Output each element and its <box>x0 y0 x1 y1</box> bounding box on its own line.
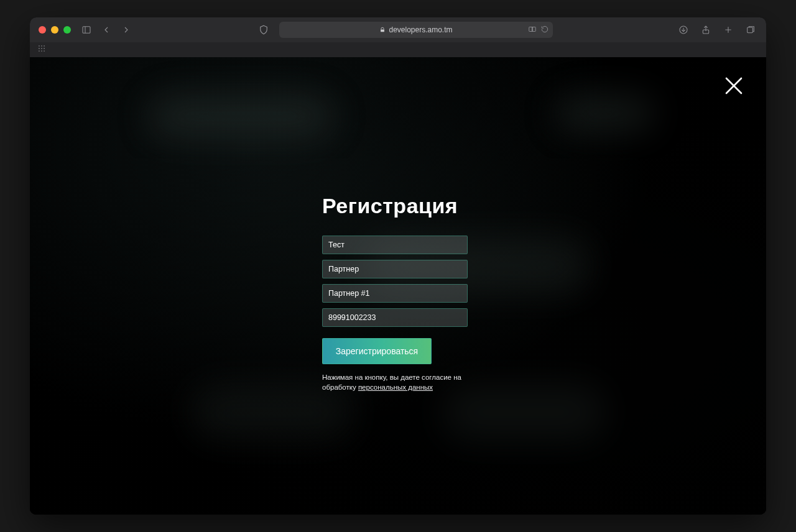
apps-grid-icon[interactable] <box>37 44 46 55</box>
back-button[interactable] <box>100 23 113 37</box>
phone-input[interactable] <box>328 313 461 322</box>
register-button-label: Зарегистрироваться <box>336 346 418 356</box>
new-tab-icon[interactable] <box>721 23 735 37</box>
svg-point-17 <box>39 50 40 52</box>
background-blur <box>192 384 353 440</box>
modal-close-button[interactable] <box>723 75 745 97</box>
browser-titlebar: developers.amo.tm <box>30 17 766 42</box>
favorites-bar <box>30 42 766 57</box>
registration-modal: Регистрация Зарегистрироваться Нажимая н… <box>322 194 484 392</box>
background-blur <box>148 94 335 138</box>
browser-window: developers.amo.tm <box>30 17 766 515</box>
svg-point-13 <box>44 45 45 47</box>
reader-translate-icon[interactable] <box>528 25 537 35</box>
register-button[interactable]: Зарегистрироваться <box>322 338 432 364</box>
background-blur <box>555 94 654 132</box>
address-bar-url: developers.amo.tm <box>389 25 452 34</box>
window-controls <box>39 26 71 34</box>
privacy-shield-icon[interactable] <box>257 23 271 37</box>
svg-point-18 <box>41 50 42 52</box>
share-icon[interactable] <box>699 23 713 37</box>
consent-text: Нажимая на кнопку, вы даете согласие на … <box>322 373 465 392</box>
background-blur <box>443 384 604 440</box>
svg-point-14 <box>39 48 40 49</box>
consent-link[interactable]: персональных данных <box>358 383 433 391</box>
window-zoom-button[interactable] <box>63 26 71 34</box>
window-close-button[interactable] <box>39 26 46 34</box>
tab-overview-icon[interactable] <box>744 23 757 37</box>
forward-button[interactable] <box>119 23 133 37</box>
page-content: Регистрация Зарегистрироваться Нажимая н… <box>30 57 766 515</box>
svg-point-15 <box>41 48 42 49</box>
first-name-input[interactable] <box>328 241 461 249</box>
svg-point-12 <box>41 45 42 47</box>
company-field-wrapper <box>322 284 468 303</box>
modal-title: Регистрация <box>322 194 484 218</box>
svg-rect-10 <box>747 27 753 33</box>
company-input[interactable] <box>328 289 461 298</box>
svg-rect-2 <box>381 30 385 32</box>
sidebar-toggle-icon[interactable] <box>80 23 93 37</box>
last-name-input[interactable] <box>328 265 461 273</box>
first-name-field-wrapper <box>322 236 468 254</box>
svg-point-16 <box>44 48 45 49</box>
reload-icon[interactable] <box>540 25 549 35</box>
address-bar[interactable]: developers.amo.tm <box>279 22 553 38</box>
svg-point-19 <box>44 50 45 52</box>
last-name-field-wrapper <box>322 260 468 278</box>
window-minimize-button[interactable] <box>51 26 58 34</box>
lock-icon <box>379 27 386 33</box>
phone-field-wrapper <box>322 308 468 327</box>
svg-rect-0 <box>83 27 90 34</box>
downloads-icon[interactable] <box>677 23 690 37</box>
svg-point-11 <box>39 45 40 47</box>
